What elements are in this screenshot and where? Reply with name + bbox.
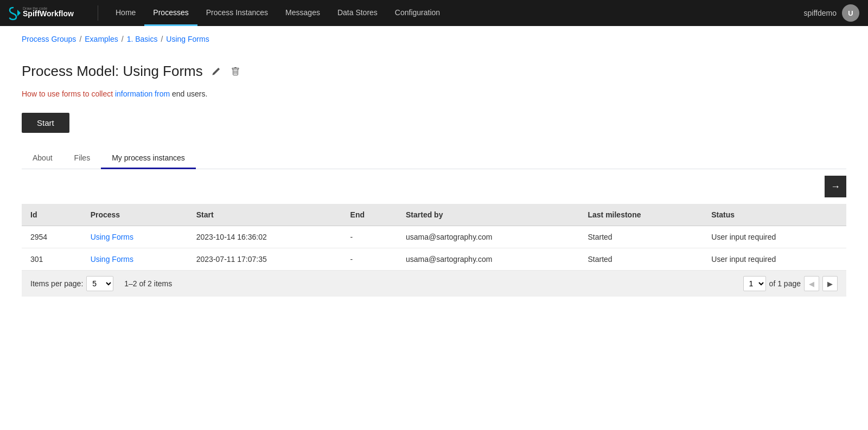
nav-processes[interactable]: Processes bbox=[144, 0, 197, 26]
col-end: End bbox=[342, 204, 397, 226]
breadcrumb-process-groups[interactable]: Process Groups bbox=[22, 35, 76, 43]
cell-id: 2954 bbox=[22, 226, 82, 248]
cell-status: User input required bbox=[703, 226, 846, 248]
of-page-text: of 1 page bbox=[769, 279, 801, 288]
user-name: spiffdemo bbox=[804, 9, 837, 17]
svg-text:Draw the code: Draw the code bbox=[23, 7, 47, 10]
col-id: Id bbox=[22, 204, 82, 226]
desc-part-3: end users. bbox=[170, 89, 207, 98]
navbar: SpiffWorkflow Draw the code Home Process… bbox=[0, 0, 868, 26]
edit-icon bbox=[212, 67, 220, 76]
pagination-row: Items per page: 5 10 25 50 1–2 of 2 item… bbox=[22, 271, 846, 297]
cell-process: Using Forms bbox=[82, 248, 188, 271]
user-avatar[interactable]: U bbox=[842, 4, 859, 22]
cell-end: - bbox=[342, 226, 397, 248]
col-status: Status bbox=[703, 204, 846, 226]
arrow-row: → bbox=[22, 169, 846, 204]
navbar-right: spiffdemo U bbox=[804, 4, 859, 22]
cell-end: - bbox=[342, 248, 397, 271]
breadcrumb-examples[interactable]: Examples bbox=[85, 35, 118, 43]
cell-started-by: usama@sartography.com bbox=[397, 248, 579, 271]
nav-home[interactable]: Home bbox=[107, 0, 144, 26]
table-row[interactable]: 301 Using Forms 2023-07-11 17:07:35 - us… bbox=[22, 248, 846, 271]
logo[interactable]: SpiffWorkflow Draw the code bbox=[9, 4, 85, 22]
cell-last-milestone: Started bbox=[579, 226, 703, 248]
page-select[interactable]: 1 bbox=[743, 276, 766, 291]
nav-divider bbox=[98, 5, 98, 21]
breadcrumb-sep-2: / bbox=[122, 35, 124, 43]
nav-configuration[interactable]: Configuration bbox=[386, 0, 449, 26]
trash-icon bbox=[231, 67, 240, 76]
next-arrow-button[interactable]: → bbox=[825, 176, 846, 197]
cell-start: 2023-10-14 16:36:02 bbox=[188, 226, 342, 248]
nav-data-stores[interactable]: Data Stores bbox=[329, 0, 386, 26]
instances-table: Id Process Start End Started by Last mil… bbox=[22, 204, 846, 271]
start-button[interactable]: Start bbox=[22, 113, 69, 133]
items-count: 1–2 of 2 items bbox=[124, 279, 172, 288]
tab-about[interactable]: About bbox=[22, 148, 63, 169]
per-page-select[interactable]: 5 10 25 50 bbox=[86, 276, 113, 291]
svg-marker-0 bbox=[17, 10, 21, 16]
page-title: Process Model: Using Forms bbox=[22, 63, 203, 80]
table-row[interactable]: 2954 Using Forms 2023-10-14 16:36:02 - u… bbox=[22, 226, 846, 248]
col-last-milestone: Last milestone bbox=[579, 204, 703, 226]
title-row: Process Model: Using Forms bbox=[22, 63, 846, 80]
cell-start: 2023-07-11 17:07:35 bbox=[188, 248, 342, 271]
pagination-right: 1 of 1 page ◀ ▶ bbox=[743, 276, 838, 291]
edit-button[interactable] bbox=[209, 65, 222, 78]
nav-messages[interactable]: Messages bbox=[277, 0, 329, 26]
col-process: Process bbox=[82, 204, 188, 226]
table-header-row: Id Process Start End Started by Last mil… bbox=[22, 204, 846, 226]
breadcrumb-basics[interactable]: 1. Basics bbox=[127, 35, 158, 43]
tabs: About Files My process instances bbox=[22, 148, 846, 169]
process-link[interactable]: Using Forms bbox=[91, 233, 133, 241]
desc-part-1: How to use forms to collect bbox=[22, 89, 115, 98]
nav-links: Home Processes Process Instances Message… bbox=[107, 0, 449, 26]
tab-files[interactable]: Files bbox=[63, 148, 101, 169]
cell-started-by: usama@sartography.com bbox=[397, 226, 579, 248]
breadcrumb-sep-1: / bbox=[79, 35, 81, 43]
prev-page-button[interactable]: ◀ bbox=[804, 276, 819, 291]
nav-process-instances[interactable]: Process Instances bbox=[197, 0, 277, 26]
cell-last-milestone: Started bbox=[579, 248, 703, 271]
svg-text:SpiffWorkflow: SpiffWorkflow bbox=[23, 9, 74, 18]
cell-status: User input required bbox=[703, 248, 846, 271]
delete-button[interactable] bbox=[229, 65, 242, 78]
col-started-by: Started by bbox=[397, 204, 579, 226]
page-content: Process Model: Using Forms How to use fo… bbox=[0, 52, 868, 318]
cell-id: 301 bbox=[22, 248, 82, 271]
breadcrumb: Process Groups / Examples / 1. Basics / … bbox=[0, 26, 868, 52]
tab-my-process-instances[interactable]: My process instances bbox=[101, 148, 196, 169]
items-per-page: Items per page: 5 10 25 50 bbox=[30, 276, 113, 291]
desc-part-2: information from bbox=[115, 89, 170, 98]
description: How to use forms to collect information … bbox=[22, 88, 846, 100]
cell-process: Using Forms bbox=[82, 226, 188, 248]
process-link[interactable]: Using Forms bbox=[91, 255, 133, 264]
items-per-page-label: Items per page: bbox=[30, 279, 83, 288]
breadcrumb-sep-3: / bbox=[161, 35, 163, 43]
next-page-button[interactable]: ▶ bbox=[822, 276, 838, 291]
col-start: Start bbox=[188, 204, 342, 226]
breadcrumb-current: Using Forms bbox=[166, 35, 209, 43]
